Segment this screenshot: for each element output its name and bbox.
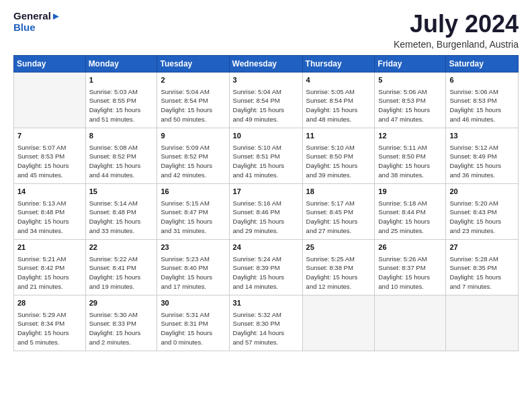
calendar-cell: 16Sunrise: 5:15 AMSunset: 8:47 PMDayligh… [157,183,229,239]
page: General► Blue July 2024 Kemeten, Burgenl… [0,0,532,411]
day-info: Sunrise: 5:11 AMSunset: 8:50 PMDaylight:… [378,143,442,180]
calendar-day-header-friday: Friday [375,55,446,72]
day-number: 14 [17,187,82,197]
day-info: Sunrise: 5:06 AMSunset: 8:53 PMDaylight:… [449,87,515,124]
day-info: Sunrise: 5:05 AMSunset: 8:54 PMDaylight:… [306,87,371,124]
calendar-cell: 15Sunrise: 5:14 AMSunset: 8:48 PMDayligh… [85,183,157,239]
calendar-cell: 8Sunrise: 5:08 AMSunset: 8:52 PMDaylight… [85,128,157,183]
day-info: Sunrise: 5:29 AMSunset: 8:34 PMDaylight:… [17,310,82,347]
calendar-cell: 19Sunrise: 5:18 AMSunset: 8:44 PMDayligh… [375,183,446,239]
day-info: Sunrise: 5:12 AMSunset: 8:49 PMDaylight:… [449,143,515,180]
title-block: July 2024 Kemeten, Burgenland, Austria [394,11,519,50]
day-info: Sunrise: 5:28 AMSunset: 8:35 PMDaylight:… [449,255,515,291]
calendar-cell: 17Sunrise: 5:16 AMSunset: 8:46 PMDayligh… [229,183,302,239]
day-info: Sunrise: 5:20 AMSunset: 8:43 PMDaylight:… [449,199,515,236]
calendar-cell: 2Sunrise: 5:04 AMSunset: 8:54 PMDaylight… [157,72,229,128]
day-number: 12 [378,131,442,142]
calendar-cell: 31Sunrise: 5:32 AMSunset: 8:30 PMDayligh… [229,295,302,351]
day-number: 22 [89,242,154,253]
logo-text: General► Blue [13,11,61,33]
calendar-cell: 18Sunrise: 5:17 AMSunset: 8:45 PMDayligh… [302,183,375,239]
calendar-cell: 21Sunrise: 5:21 AMSunset: 8:42 PMDayligh… [14,239,86,295]
calendar-cell: 9Sunrise: 5:09 AMSunset: 8:52 PMDaylight… [157,128,229,183]
logo: General► Blue [13,11,61,33]
day-info: Sunrise: 5:23 AMSunset: 8:40 PMDaylight:… [161,255,225,291]
day-number: 31 [233,298,299,309]
calendar-cell: 27Sunrise: 5:28 AMSunset: 8:35 PMDayligh… [446,239,519,295]
day-info: Sunrise: 5:30 AMSunset: 8:33 PMDaylight:… [89,310,154,347]
calendar-cell: 11Sunrise: 5:10 AMSunset: 8:50 PMDayligh… [302,128,375,183]
calendar-day-header-monday: Monday [85,55,157,72]
day-number: 2 [161,75,225,86]
day-number: 5 [378,75,442,86]
calendar-day-header-thursday: Thursday [302,55,375,72]
day-number: 15 [89,187,154,197]
day-info: Sunrise: 5:04 AMSunset: 8:54 PMDaylight:… [161,87,225,124]
calendar-day-header-sunday: Sunday [14,55,86,72]
day-number: 6 [449,75,515,86]
day-number: 26 [378,242,442,253]
day-number: 16 [161,187,225,197]
day-info: Sunrise: 5:18 AMSunset: 8:44 PMDaylight:… [378,199,442,236]
day-number: 3 [233,75,299,86]
location: Kemeten, Burgenland, Austria [394,39,519,50]
day-number: 23 [161,242,225,253]
calendar-cell: 29Sunrise: 5:30 AMSunset: 8:33 PMDayligh… [85,295,157,351]
calendar-cell: 10Sunrise: 5:10 AMSunset: 8:51 PMDayligh… [229,128,302,183]
calendar-cell: 7Sunrise: 5:07 AMSunset: 8:53 PMDaylight… [14,128,86,183]
calendar-cell: 13Sunrise: 5:12 AMSunset: 8:49 PMDayligh… [446,128,519,183]
calendar-cell [446,295,519,351]
calendar-cell: 24Sunrise: 5:24 AMSunset: 8:39 PMDayligh… [229,239,302,295]
calendar-cell: 28Sunrise: 5:29 AMSunset: 8:34 PMDayligh… [14,295,86,351]
day-number: 8 [89,131,154,142]
day-info: Sunrise: 5:31 AMSunset: 8:31 PMDaylight:… [161,310,225,347]
day-info: Sunrise: 5:25 AMSunset: 8:38 PMDaylight:… [306,255,371,291]
day-info: Sunrise: 5:09 AMSunset: 8:52 PMDaylight:… [161,143,225,180]
calendar: SundayMondayTuesdayWednesdayThursdayFrid… [13,55,519,351]
calendar-week-row: 28Sunrise: 5:29 AMSunset: 8:34 PMDayligh… [14,295,519,351]
day-info: Sunrise: 5:26 AMSunset: 8:37 PMDaylight:… [378,255,442,291]
day-info: Sunrise: 5:21 AMSunset: 8:42 PMDaylight:… [17,255,82,291]
day-number: 10 [233,131,299,142]
day-number: 11 [306,131,371,142]
day-info: Sunrise: 5:22 AMSunset: 8:41 PMDaylight:… [89,255,154,291]
day-number: 20 [449,187,515,197]
day-info: Sunrise: 5:08 AMSunset: 8:52 PMDaylight:… [89,143,154,180]
day-info: Sunrise: 5:10 AMSunset: 8:51 PMDaylight:… [233,143,299,180]
day-number: 19 [378,187,442,197]
day-number: 27 [449,242,515,253]
calendar-cell: 14Sunrise: 5:13 AMSunset: 8:48 PMDayligh… [14,183,86,239]
day-info: Sunrise: 5:16 AMSunset: 8:46 PMDaylight:… [233,199,299,236]
day-number: 18 [306,187,371,197]
day-number: 21 [17,242,82,253]
day-number: 17 [233,187,299,197]
day-number: 9 [161,131,225,142]
day-info: Sunrise: 5:15 AMSunset: 8:47 PMDaylight:… [161,199,225,236]
day-info: Sunrise: 5:14 AMSunset: 8:48 PMDaylight:… [89,199,154,236]
calendar-week-row: 1Sunrise: 5:03 AMSunset: 8:55 PMDaylight… [14,72,519,128]
calendar-cell: 23Sunrise: 5:23 AMSunset: 8:40 PMDayligh… [157,239,229,295]
day-number: 25 [306,242,371,253]
calendar-day-header-tuesday: Tuesday [157,55,229,72]
day-number: 4 [306,75,371,86]
calendar-cell: 20Sunrise: 5:20 AMSunset: 8:43 PMDayligh… [446,183,519,239]
day-number: 13 [449,131,515,142]
calendar-cell: 30Sunrise: 5:31 AMSunset: 8:31 PMDayligh… [157,295,229,351]
calendar-cell: 25Sunrise: 5:25 AMSunset: 8:38 PMDayligh… [302,239,375,295]
day-info: Sunrise: 5:10 AMSunset: 8:50 PMDaylight:… [306,143,371,180]
day-info: Sunrise: 5:07 AMSunset: 8:53 PMDaylight:… [17,143,82,180]
day-number: 1 [89,75,154,86]
calendar-cell: 1Sunrise: 5:03 AMSunset: 8:55 PMDaylight… [85,72,157,128]
calendar-header-row: SundayMondayTuesdayWednesdayThursdayFrid… [14,55,519,72]
day-number: 30 [161,298,225,309]
day-info: Sunrise: 5:17 AMSunset: 8:45 PMDaylight:… [306,199,371,236]
calendar-cell: 6Sunrise: 5:06 AMSunset: 8:53 PMDaylight… [446,72,519,128]
day-info: Sunrise: 5:24 AMSunset: 8:39 PMDaylight:… [233,255,299,291]
day-number: 28 [17,298,82,309]
header: General► Blue July 2024 Kemeten, Burgenl… [13,11,519,50]
month-title: July 2024 [394,11,519,38]
calendar-cell: 12Sunrise: 5:11 AMSunset: 8:50 PMDayligh… [375,128,446,183]
day-info: Sunrise: 5:04 AMSunset: 8:54 PMDaylight:… [233,87,299,124]
day-info: Sunrise: 5:32 AMSunset: 8:30 PMDaylight:… [233,310,299,347]
calendar-week-row: 7Sunrise: 5:07 AMSunset: 8:53 PMDaylight… [14,128,519,183]
